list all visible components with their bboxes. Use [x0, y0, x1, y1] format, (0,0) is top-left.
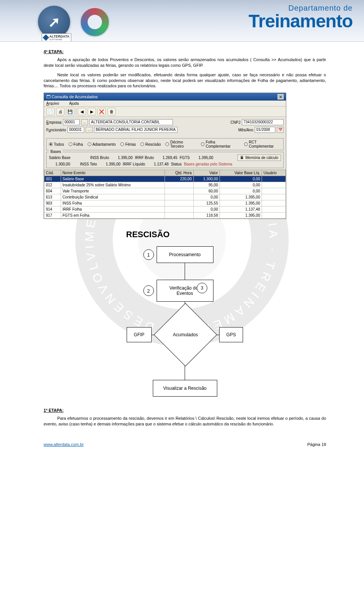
inss-bruto-label: INSS Bruto: [90, 156, 109, 160]
toolbar-button-7[interactable]: 🗑: [107, 108, 116, 115]
menubar: Arquivo Ajuda: [44, 101, 286, 107]
flow-label-3: Acumulados: [173, 332, 198, 337]
mesago-input[interactable]: 01/2008: [255, 127, 275, 133]
radio-rctcomplementar[interactable]: RCT Complementar: [244, 140, 281, 148]
fgts-label: FGTS: [180, 156, 190, 160]
radio-adiantamento[interactable]: Adiantamento: [88, 140, 116, 148]
arrow-icon: ➚: [48, 14, 60, 30]
table-row[interactable]: 012Insalubridade 25% sobre Salário Mínim…: [44, 182, 286, 188]
heading-etapa1: 1ª ETAPA:: [44, 408, 326, 413]
flow-diamond-acumulados: 3 Acumulados: [154, 303, 217, 367]
flow-box-processamento: 1 Processamento: [157, 246, 213, 263]
flow-box-gfip: GFIP: [127, 327, 152, 342]
paragraph-2: Neste local os valores poderão ser modif…: [44, 72, 326, 89]
radio-icon: [244, 142, 248, 146]
toolbar-button-4[interactable]: ◀: [78, 108, 86, 115]
radio-icon: [69, 142, 72, 146]
banner-title: Treinamento: [249, 13, 353, 30]
irrf-bruto-label: IRRF Bruto: [135, 156, 154, 160]
irrf-liq-label: IRRF Líquido: [123, 162, 145, 166]
filter-radios: TodosFolhaAdiantamentoFériasRescisãoDéci…: [46, 138, 284, 150]
radio-icon: [165, 142, 169, 146]
flowchart: RESCISÃO 1 Processamento 2 Verificação d…: [104, 230, 267, 397]
col-header[interactable]: Valor Base Líq.: [220, 170, 262, 176]
col-header[interactable]: Cód.: [44, 170, 61, 176]
logo-text: ALTERDATA: [49, 35, 69, 38]
status-value: Bases geradas pelo Sistema: [184, 162, 232, 166]
flow-title: RESCISÃO: [126, 230, 267, 239]
radio-folhacomplementar[interactable]: Folha Complementar: [201, 140, 240, 148]
toolbar-button-6[interactable]: ❌: [97, 108, 106, 115]
paragraph-3: Para efetuarmos o processamento da resci…: [44, 416, 326, 427]
flow-num-3: 3: [197, 283, 207, 293]
flow-connector: [185, 263, 185, 280]
footer-url[interactable]: www.alterdata.com.br: [44, 442, 84, 447]
heading-etapa4: 4ª ETAPA:: [44, 49, 326, 54]
cnpj-input[interactable]: 73410326000322: [242, 119, 284, 125]
col-header[interactable]: Qtd. Hora: [165, 170, 193, 176]
toolbar-button-0[interactable]: 📄: [46, 108, 55, 115]
events-table: Cód.Nome EventoQtd. HoraValorValor Base …: [44, 170, 286, 219]
radio-decimoterceiro[interactable]: Décimo Terceiro: [165, 140, 196, 148]
salario-base-label: Salário Base: [49, 156, 71, 160]
bases-legend: Bases: [49, 150, 63, 154]
banner-color-ring: [80, 7, 110, 37]
table-row[interactable]: 914IRRF Folha0,001.137,48: [44, 206, 286, 213]
menu-arquivo[interactable]: Arquivo: [46, 101, 64, 106]
func-cod-input[interactable]: 000031: [67, 127, 84, 133]
close-button[interactable]: ✕: [278, 94, 284, 99]
table-row[interactable]: 604Vale Transporte60,000,00: [44, 188, 286, 194]
salario-base-input[interactable]: 1.300,00: [49, 162, 70, 166]
table-row[interactable]: 613Contribuição Sindical0,001.395,00: [44, 194, 286, 200]
flow-label-4: Visualizar a Rescisão: [163, 386, 207, 391]
func-nome-input[interactable]: BERNADO CABRAL FILHO JUNIOR PEREIRA: [94, 127, 177, 133]
radio-ferias[interactable]: Férias: [120, 140, 136, 148]
toolbar: 📄🖨💾◀▶❌🗑: [44, 107, 286, 117]
flow-box-visualizar: Visualizar a Rescisão: [153, 380, 217, 397]
empresa-label: Empresa: [46, 120, 61, 124]
toolbar-button-2[interactable]: 💾: [66, 108, 74, 115]
header-banner: ➚ Departamento de Treinamento ALTERDATA …: [0, 0, 364, 42]
alterdata-logo: ALTERDATA SOFTWARE: [42, 33, 71, 42]
inss-teto-label: INSS Teto: [80, 162, 97, 166]
toolbar-button-1[interactable]: 🖨: [56, 108, 64, 115]
func-lookup-button[interactable]: …: [86, 127, 93, 133]
fgts-input[interactable]: 1.395,00: [192, 156, 213, 160]
funcionario-label: Funcionário: [46, 128, 66, 132]
empresa-nome-input[interactable]: ALTERDATA CONSULTORIA CONTABIL: [89, 119, 173, 125]
irrf-liq-input[interactable]: 1.137,48: [147, 162, 169, 166]
window-icon: 🗔: [46, 94, 50, 99]
table-row[interactable]: 903INSS Folha125,551.395,00: [44, 200, 286, 206]
irrf-bruto-input[interactable]: 1.269,45: [156, 156, 177, 160]
radio-todos[interactable]: Todos: [49, 140, 64, 148]
col-header[interactable]: Nome Evento: [61, 170, 165, 176]
window-title: Consulta de Acumulados: [52, 94, 98, 99]
radio-rescisao[interactable]: Rescisão: [140, 140, 161, 148]
footer-page: Página 18: [307, 442, 326, 447]
inss-bruto-input[interactable]: 1.395,00: [111, 156, 133, 160]
page-footer: www.alterdata.com.br Página 18: [0, 438, 364, 453]
logo-cube-icon: [43, 35, 49, 41]
col-header[interactable]: Usuário: [262, 170, 286, 176]
radio-icon: [88, 142, 91, 146]
inss-teto-input[interactable]: 1.395,00: [99, 162, 121, 166]
empresa-lookup-button[interactable]: …: [81, 119, 88, 125]
empresa-cod-input[interactable]: 00001: [63, 119, 80, 125]
bases-group: Bases Salário Base INSS Bruto 1.395,00 I…: [46, 152, 284, 168]
menu-ajuda[interactable]: Ajuda: [69, 101, 79, 106]
toolbar-button-5[interactable]: ▶: [88, 108, 96, 115]
status-label: Status: [171, 162, 182, 166]
calc-icon: 🖩: [240, 156, 244, 160]
radio-folha[interactable]: Folha: [69, 140, 83, 148]
col-header[interactable]: Valor: [193, 170, 220, 176]
mesago-label: Mês/Ano: [238, 128, 253, 132]
cnpj-label: CNPJ: [231, 120, 240, 124]
radio-icon: [201, 142, 205, 146]
memoria-calculo-button[interactable]: 🖩Memória de cálculo: [237, 154, 281, 161]
flow-num-2: 2: [143, 285, 154, 296]
radio-icon: [49, 142, 53, 146]
table-row[interactable]: 917FGTS em Folha118,581.395,00: [44, 213, 286, 219]
table-row[interactable]: 001Salário Base220,001.300,000,00: [44, 176, 286, 182]
mesago-picker-button[interactable]: 📅: [277, 127, 284, 133]
titlebar: 🗔 Consulta de Acumulados ✕: [44, 93, 286, 101]
